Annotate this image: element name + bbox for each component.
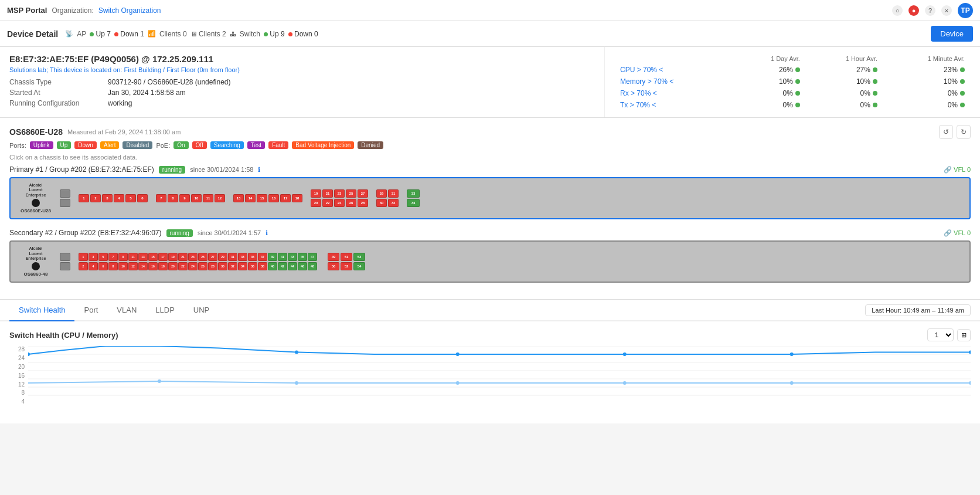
s-port-8[interactable]: 8 (108, 262, 118, 270)
s-port-6[interactable]: 6 (98, 262, 108, 270)
port-15[interactable]: 15 (257, 194, 267, 202)
port-4[interactable]: 4 (114, 194, 124, 202)
user-avatar[interactable]: TP (958, 3, 973, 18)
s-port-3[interactable]: 3 (89, 253, 98, 261)
s-port-32[interactable]: 32 (228, 262, 237, 270)
s-port-33[interactable]: 33 (238, 253, 247, 261)
port-3[interactable]: 3 (102, 194, 113, 202)
port-27[interactable]: 27 (358, 189, 368, 198)
s-port-38[interactable]: 38 (258, 262, 267, 270)
primary-chassis-visual[interactable]: AlcatelLucentEnterprise OS6860E-U28 1 2 … (9, 177, 971, 219)
tab-unp[interactable]: UNP (184, 300, 219, 321)
chart-select[interactable]: 1 (927, 328, 954, 341)
s-port-18[interactable]: 18 (158, 262, 168, 270)
s-port-1[interactable]: 1 (79, 253, 88, 261)
s-port-12[interactable]: 12 (128, 262, 138, 270)
s-port-43[interactable]: 43 (288, 253, 297, 261)
s-port-17[interactable]: 17 (158, 253, 168, 261)
s-port-28[interactable]: 28 (208, 262, 217, 270)
s-port-10[interactable]: 10 (118, 262, 128, 270)
s-port-19[interactable]: 19 (168, 253, 178, 261)
port-26[interactable]: 26 (346, 199, 356, 207)
s-port-46[interactable]: 46 (298, 262, 307, 270)
tab-switch-health[interactable]: Switch Health (9, 300, 74, 321)
tab-vlan[interactable]: VLAN (107, 300, 146, 321)
s-port-29[interactable]: 29 (218, 253, 227, 261)
time-range-button[interactable]: Last Hour: 10:49 am – 11:49 am (865, 304, 971, 316)
s-port-47[interactable]: 47 (308, 253, 317, 261)
s-port-48[interactable]: 48 (308, 262, 317, 270)
port-5[interactable]: 5 (125, 194, 136, 202)
port-21[interactable]: 21 (322, 189, 333, 198)
s-port-45[interactable]: 45 (298, 253, 307, 261)
s-port-11[interactable]: 11 (128, 253, 138, 261)
port-31[interactable]: 31 (388, 189, 399, 198)
port-14[interactable]: 14 (245, 194, 256, 202)
s-port-53[interactable]: 53 (353, 253, 365, 261)
port-23[interactable]: 23 (334, 189, 345, 198)
port-20[interactable]: 20 (311, 199, 321, 207)
port-8[interactable]: 8 (168, 194, 178, 202)
port-19[interactable]: 19 (311, 189, 321, 198)
s-port-23[interactable]: 23 (188, 253, 198, 261)
s-port-36[interactable]: 36 (248, 262, 257, 270)
s-port-50[interactable]: 50 (328, 262, 339, 270)
s-port-22[interactable]: 22 (178, 262, 188, 270)
s-port-44[interactable]: 44 (288, 262, 297, 270)
port-22[interactable]: 22 (322, 199, 333, 207)
port-32[interactable]: 32 (388, 199, 399, 207)
refresh-icon[interactable]: ↺ (939, 125, 953, 139)
s-port-4[interactable]: 4 (89, 262, 98, 270)
secondary-chassis-visual[interactable]: AlcatelLucentEnterprise OS6860-48 1 3 5 … (9, 240, 971, 283)
org-link[interactable]: Switch Organization (98, 6, 161, 15)
s-port-52[interactable]: 52 (341, 262, 352, 270)
s-port-16[interactable]: 16 (148, 262, 158, 270)
port-33[interactable]: 33 (407, 189, 420, 198)
tab-port[interactable]: Port (74, 300, 107, 321)
port-25[interactable]: 25 (346, 189, 356, 198)
tab-lldp[interactable]: LLDP (146, 300, 184, 321)
port-10[interactable]: 10 (191, 194, 202, 202)
port-13[interactable]: 13 (233, 194, 244, 202)
port-17[interactable]: 17 (280, 194, 291, 202)
device-button[interactable]: Device (931, 26, 973, 42)
port-18[interactable]: 18 (292, 194, 302, 202)
port-11[interactable]: 11 (203, 194, 213, 202)
s-port-39[interactable]: 39 (268, 253, 277, 261)
s-port-9[interactable]: 9 (118, 253, 128, 261)
s-port-51[interactable]: 51 (341, 253, 352, 261)
port-6[interactable]: 6 (137, 194, 148, 202)
port-16[interactable]: 16 (268, 194, 279, 202)
s-port-34[interactable]: 34 (238, 262, 247, 270)
port-12[interactable]: 12 (215, 194, 225, 202)
port-9[interactable]: 9 (179, 194, 190, 202)
s-port-37[interactable]: 37 (258, 253, 267, 261)
device-location[interactable]: Solutions lab; This device is located on… (9, 66, 595, 73)
s-port-15[interactable]: 15 (148, 253, 158, 261)
port-2[interactable]: 2 (90, 194, 101, 202)
s-port-40[interactable]: 40 (268, 262, 277, 270)
primary-vfl-link[interactable]: 🔗 VFL 0 (944, 166, 971, 174)
chart-expand-button[interactable]: ⊞ (957, 329, 971, 341)
s-port-14[interactable]: 14 (138, 262, 148, 270)
s-port-24[interactable]: 24 (188, 262, 198, 270)
s-port-5[interactable]: 5 (98, 253, 108, 261)
s-port-42[interactable]: 42 (278, 262, 287, 270)
close-icon[interactable]: × (941, 5, 952, 16)
port-34[interactable]: 34 (407, 199, 420, 207)
s-port-30[interactable]: 30 (218, 262, 227, 270)
s-port-41[interactable]: 41 (278, 253, 287, 261)
s-port-35[interactable]: 35 (248, 253, 257, 261)
s-port-20[interactable]: 20 (168, 262, 178, 270)
s-port-13[interactable]: 13 (138, 253, 148, 261)
port-24[interactable]: 24 (334, 199, 345, 207)
s-port-7[interactable]: 7 (108, 253, 118, 261)
s-port-31[interactable]: 31 (228, 253, 237, 261)
search-icon[interactable]: ○ (892, 5, 903, 16)
alert-icon[interactable]: ● (908, 5, 919, 16)
s-port-25[interactable]: 25 (198, 253, 207, 261)
s-port-26[interactable]: 26 (198, 262, 207, 270)
port-1[interactable]: 1 (79, 194, 89, 202)
port-28[interactable]: 28 (358, 199, 368, 207)
s-port-54[interactable]: 54 (353, 262, 365, 270)
